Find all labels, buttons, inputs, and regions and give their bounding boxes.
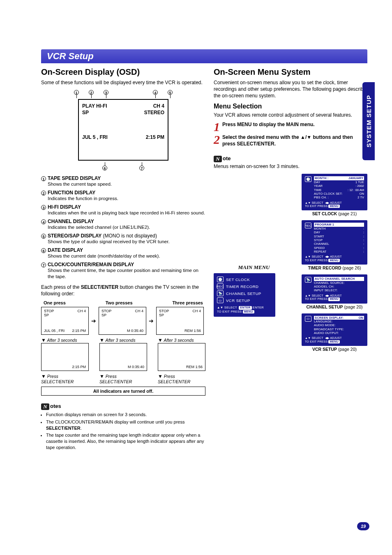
vcr-icon: ▭ xyxy=(305,316,311,322)
leftright-icon: ◀▶ xyxy=(325,294,329,297)
timer-record-screen: REC PROGRAM 1 MONTH: DAY: START: STOP: C… xyxy=(302,220,367,265)
updown-icon: ▲▼ xyxy=(305,294,311,297)
step-number-1: 1 xyxy=(214,122,220,132)
seq-hdr-3: Three presses xyxy=(172,300,203,305)
leftright-icon: ◀▶ xyxy=(325,336,329,339)
notes-block: Notes Function displays remain on screen… xyxy=(41,403,205,451)
note-icon: N xyxy=(41,403,49,410)
defn-5-title: STEREO/SAP DISPLAY xyxy=(48,233,101,239)
osd-channel: CH 4 xyxy=(153,103,164,109)
osd-sequence: One press Two presses Three presses STOP… xyxy=(41,300,205,396)
seq-hdr-2: Two presses xyxy=(106,300,133,305)
select-enter-para: Each press of the SELECT/ENTER button ch… xyxy=(41,284,205,297)
defn-3-title: HI-FI DISPLAY xyxy=(48,204,81,210)
callout-2: 2 xyxy=(89,90,94,95)
rec-icon: REC xyxy=(305,223,311,228)
channel-setup-screen: 📡 AUTO CHANNEL SEARCH CHANNEL SOURCE: AD… xyxy=(302,274,367,303)
seq-hdr-1: One press xyxy=(44,300,66,305)
arrow-down-icon: ▼ xyxy=(158,373,163,379)
osd-play-hifi: PLAY HI-FI xyxy=(82,103,107,109)
callout-6: 6 xyxy=(102,166,107,170)
osd-stereo: STEREO xyxy=(144,110,164,115)
callout-5: 5 xyxy=(168,90,173,95)
note-text: Menus remain on-screen for 3 minutes. xyxy=(214,163,367,170)
seq-box-2a: 2:15 PM xyxy=(41,343,89,371)
menu-selection-sub: Your VCR allows remote control adjustmen… xyxy=(214,112,367,118)
defn-4-title: CHANNEL DISPLAY xyxy=(48,219,94,224)
menu-pill: MENU xyxy=(328,259,339,262)
step-1-text: Press MENU to display the MAIN menu. xyxy=(222,122,367,128)
updown-icon: ▲▼ xyxy=(217,306,223,309)
antenna-icon: 📡 xyxy=(217,290,224,296)
timer-record-caption: TIMER RECORD (page 26) xyxy=(302,265,367,270)
vcr-setup-screen: ▭ SCREEN DISPLAY:ON LANGUAGE: AUDIO MODE… xyxy=(302,313,367,346)
callout-1: 1 xyxy=(74,90,79,95)
callout-7: 7 xyxy=(139,166,144,170)
right-column: On-Screen Menu System Convenient on-scre… xyxy=(214,67,367,452)
set-clock-caption: SET CLOCK (page 21) xyxy=(302,211,367,216)
osd-intro: Some of these functions will be displaye… xyxy=(41,79,205,86)
defn-6-body: Shows the current date (month/date/day o… xyxy=(48,253,205,259)
set-clock-screen: 🕐 MONTH :JANUARY DAY1 TUE YEAR: 2002 TIM… xyxy=(302,174,367,210)
side-tab: SYSTEM SETUP xyxy=(362,82,375,160)
note-item: The tape counter and the remaining tape … xyxy=(46,432,205,451)
seq-box-2b: M 0:35:40 xyxy=(99,343,147,371)
mm-item: VCR SETUP xyxy=(226,298,250,303)
note-item: The CLOCK/COUNTER/REMAIN display will co… xyxy=(46,419,205,431)
seq-box-1c: STOPCH 4 SP REM 1:56 xyxy=(156,307,204,335)
mm-item: SET CLOCK xyxy=(226,277,250,282)
menu-pill: MENU xyxy=(328,340,339,343)
arrow-right-icon xyxy=(91,318,96,324)
arrow-right-icon xyxy=(149,318,154,324)
vcr-setup-caption: VCR SETUP (page 20) xyxy=(302,347,367,352)
leftright-icon: ◀▶ xyxy=(325,255,329,258)
vcr-icon: ▭ xyxy=(217,297,224,303)
clock-icon: 🕐 xyxy=(305,176,311,182)
defn-6-title: DATE DISPLAY xyxy=(48,247,83,253)
page-number: 19 xyxy=(357,522,369,530)
step-1: 1 Press MENU to display the MAIN menu. xyxy=(214,122,367,132)
rec-icon: REC xyxy=(217,283,224,289)
defn-5-extra: (MONO is not displayed) xyxy=(103,233,157,239)
menu-selection-heading: Menu Selection xyxy=(214,103,367,110)
defn-7-title: CLOCK/COUNTER/REMAIN DISPLAY xyxy=(48,262,134,267)
updown-icon: ▲▼ xyxy=(305,201,311,204)
menu-pill: MENU xyxy=(243,310,254,313)
section-header: VCR Setup xyxy=(41,49,367,63)
seq-box-2c: REM 1:56 xyxy=(158,343,205,371)
side-tab-label: SYSTEM SETUP xyxy=(365,95,372,147)
defn-2-body: Indicates the function in progress. xyxy=(48,196,205,202)
channel-setup-caption: CHANNEL SETUP (page 20) xyxy=(302,304,367,309)
note-item: Function displays remain on screen for 3… xyxy=(46,412,205,418)
osd-diagram: 1 2 3 4 5 PLAY HI-FI CH 4 SP STEREO xyxy=(41,90,205,170)
main-menu-title: MAIN MENU xyxy=(214,264,294,271)
osd-heading: On-Screen Display (OSD) xyxy=(41,67,205,77)
osd-speed: SP xyxy=(82,110,89,115)
arrow-down-icon: ▼ xyxy=(41,337,46,343)
menu-system-heading: On-Screen Menu System xyxy=(214,67,367,77)
defn-1-title: TAPE SPEED DISPLAY xyxy=(48,175,101,181)
osd-date: JUL 5 , FRI xyxy=(82,134,108,140)
main-menu-screen: 🕐SET CLOCK RECTIMER RECORD 📡CHANNEL SETU… xyxy=(214,273,275,317)
menu-system-intro: Convenient on-screen menus allow you to … xyxy=(214,79,367,99)
menu-pill: MENU xyxy=(328,297,339,301)
clock-icon: 🕐 xyxy=(217,276,224,282)
arrow-down-icon: ▼ xyxy=(99,337,104,343)
seq-box-1a: STOPCH 4 SP JUL 05 , FRI2:15 PM xyxy=(41,307,89,335)
osd-definitions: 1TAPE SPEED DISPLAYShows the current tap… xyxy=(41,175,205,280)
defn-1-body: Shows the current tape speed. xyxy=(48,181,205,187)
all-off-bar: All indicators are turned off. xyxy=(41,387,205,396)
menu-pill: MENU xyxy=(328,205,339,208)
callout-4: 4 xyxy=(153,90,158,95)
updown-icon: ▲▼ xyxy=(305,255,311,258)
enter-pill: ENTER xyxy=(239,306,251,309)
step-number-2: 2 xyxy=(214,134,220,145)
defn-4-body: Indicates the selected channel (or LINE1… xyxy=(48,224,205,230)
arrow-down-icon: ▼ xyxy=(158,337,163,343)
note-icon: N xyxy=(214,156,222,162)
callout-3: 3 xyxy=(104,90,108,95)
seq-box-1b: STOPCH 4 SP M 0:35:40 xyxy=(99,307,146,335)
antenna-icon: 📡 xyxy=(305,277,311,283)
left-column: On-Screen Display (OSD) Some of these fu… xyxy=(41,67,205,452)
osd-time: 2:15 PM xyxy=(146,134,164,140)
